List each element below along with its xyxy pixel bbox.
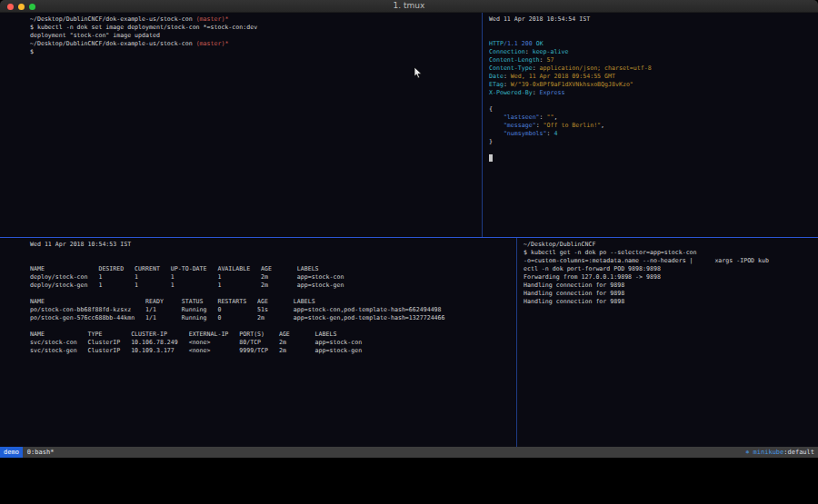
terminal-line: }	[489, 138, 816, 146]
window-titlebar: 1. tmux	[0, 0, 818, 13]
pane-top-right-http-response[interactable]: Wed 11 Apr 2018 10:54:54 ISTHTTP/1.1 200…	[483, 13, 818, 237]
pane-bottom-right-port-forward[interactable]: ~/Desktop/DublinCNCF$ kubectl get -n dok…	[517, 238, 818, 447]
terminal-line	[489, 24, 816, 32]
terminal-line: deploy/stock-con 1 1 1 1 2m app=stock-co…	[30, 273, 514, 282]
helm-wheel-icon: ⎈	[745, 449, 749, 456]
terminal-line: "message": "Off to Berlin!",	[489, 122, 816, 130]
kube-context-name: minikube	[753, 449, 784, 456]
terminal-line	[30, 249, 514, 257]
terminal-line: Content-Type: application/json; charset=…	[489, 64, 816, 73]
terminal-line: Forwarding from 127.0.0.1:9898 -> 9898	[524, 273, 816, 282]
terminal-line	[489, 146, 816, 154]
fullscreen-button[interactable]	[29, 4, 35, 10]
terminal-line: "lastseen": "",	[489, 114, 816, 122]
terminal-line: deploy/stock-gen 1 1 1 1 2m app=stock-ge…	[30, 282, 514, 290]
close-button[interactable]	[7, 4, 14, 10]
terminal-line: ~/Desktop/DublinCNCF/dok-example-us/stoc…	[30, 15, 480, 24]
status-bar-left: demo 0:bash*	[0, 447, 58, 458]
session-name-badge[interactable]: demo	[0, 447, 23, 458]
kube-status: ⎈ minikube:default	[745, 447, 818, 458]
terminal-line: po/stock-gen-576cc688bb-44kmn 1/1 Runnin…	[30, 314, 514, 322]
terminal-line: Date: Wed, 11 Apr 2018 09:54:55 GMT	[489, 73, 816, 81]
terminal-line: ~/Desktop/DublinCNCF/dok-example-us/stoc…	[30, 40, 480, 48]
terminal-line	[489, 154, 816, 163]
kube-namespace: :default	[783, 449, 814, 456]
terminal-line: $ kubectl -n dok set image deployment/st…	[30, 24, 480, 32]
terminal-line: ETag: W/"39-0xBPf9aF1dXVNkhsxoBQgJ8vKzo"	[489, 81, 816, 89]
window-controls	[7, 4, 35, 10]
terminal-line: Content-Length: 57	[489, 56, 816, 64]
tmux-terminal: ~/Desktop/DublinCNCF/dok-example-us/stoc…	[0, 13, 818, 447]
terminal-line: NAME DESIRED CURRENT UP-TO-DATE AVAILABL…	[30, 265, 514, 273]
terminal-line: Handling connection for 9898	[524, 282, 816, 290]
terminal-line	[489, 32, 816, 40]
terminal-line: X-Powered-By: Express	[489, 89, 816, 97]
terminal-line: Handling connection for 9898	[524, 290, 816, 298]
terminal-line: svc/stock-gen ClusterIP 10.109.3.177 <no…	[30, 347, 514, 355]
terminal-line: HTTP/1.1 200 OK	[489, 40, 816, 48]
terminal-line: NAME READY STATUS RESTARTS AGE LABELS	[30, 298, 514, 306]
terminal-line: NAME TYPE CLUSTER-IP EXTERNAL-IP PORT(S)…	[30, 331, 514, 339]
minimize-button[interactable]	[18, 4, 25, 10]
window-title: 1. tmux	[0, 0, 818, 12]
window-tab-bash[interactable]: 0:bash*	[23, 447, 59, 458]
pane-bottom-left-kubectl-watch[interactable]: Wed 11 Apr 2018 10:54:53 ISTNAME DESIRED…	[0, 238, 516, 447]
terminal-line: svc/stock-con ClusterIP 10.106.78.249 <n…	[30, 339, 514, 347]
terminal-line	[489, 97, 816, 105]
terminal-line: -o=custom-columns=:metadata.name --no-he…	[524, 257, 816, 265]
terminal-line: ~/Desktop/DublinCNCF	[524, 241, 816, 249]
terminal-line: deployment "stock-con" image updated	[30, 32, 480, 40]
mouse-pointer-cursor	[414, 67, 423, 79]
terminal-line	[30, 322, 514, 331]
pane-top-left-shell[interactable]: ~/Desktop/DublinCNCF/dok-example-us/stoc…	[0, 13, 482, 237]
screen: 1. tmux ~/Desktop/DublinCNCF/dok-example…	[0, 0, 818, 504]
terminal-line: {	[489, 105, 816, 114]
terminal-line: "numsymbols": 4	[489, 130, 816, 138]
terminal-line: $ kubectl get -n dok po --selector=app=s…	[524, 249, 816, 257]
terminal-line: Connection: keep-alive	[489, 48, 816, 56]
terminal-line: ectl -n dok port-forward POD 9898:9898	[524, 265, 816, 273]
tmux-status-bar: demo 0:bash* ⎈ minikube:default	[0, 447, 818, 458]
terminal-line: $	[30, 48, 480, 56]
terminal-line: po/stock-con-bb68f88fd-kzsxz 1/1 Running…	[30, 306, 514, 314]
terminal-line	[30, 290, 514, 298]
terminal-line: Wed 11 Apr 2018 10:54:53 IST	[30, 241, 514, 249]
terminal-line: Wed 11 Apr 2018 10:54:54 IST	[489, 15, 816, 24]
terminal-line	[30, 257, 514, 265]
terminal-line: Handling connection for 9898	[524, 298, 816, 306]
